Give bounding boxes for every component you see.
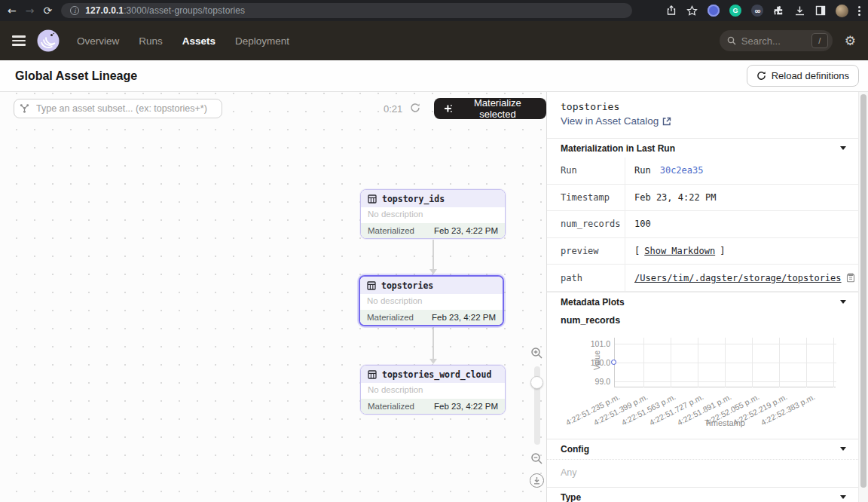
asset-catalog-link[interactable]: View in Asset Catalog	[561, 115, 671, 127]
table-row-num-records: num_records 100	[547, 211, 858, 238]
bracket: [	[634, 246, 640, 256]
asset-detail-title: topstories	[561, 101, 619, 112]
row-label: path	[547, 265, 625, 291]
share-icon[interactable]	[666, 5, 677, 16]
asset-graph-icon	[20, 103, 29, 113]
materialize-icon	[443, 103, 453, 114]
chart-data-point[interactable]	[611, 360, 616, 365]
caret-down-icon[interactable]	[840, 300, 846, 304]
node-title: topstory_ids	[382, 194, 445, 204]
row-label: preview	[547, 238, 625, 265]
table-icon	[368, 370, 377, 379]
side-panel-icon[interactable]	[815, 5, 826, 16]
puzzle-extensions-icon[interactable]	[773, 5, 784, 17]
extension-icon-glasses[interactable]: oo	[751, 5, 763, 17]
bookmark-star-icon[interactable]	[686, 5, 698, 17]
asset-node-topstories-word-cloud[interactable]: topstories_word_cloud No description Mat…	[360, 365, 506, 415]
asset-node-topstory-ids[interactable]: topstory_ids No description Materialized…	[360, 189, 506, 239]
node-description: No description	[360, 294, 503, 310]
nav-item-runs[interactable]: Runs	[139, 35, 163, 47]
browser-chrome: ← → ⟳ i 127.0.0.1:3000/asset-groups/tops…	[0, 0, 868, 21]
menu-icon[interactable]	[12, 35, 26, 45]
plot-metric-label: num_records	[561, 315, 620, 326]
url-text: 127.0.0.1:3000/asset-groups/topstories	[85, 5, 245, 16]
page-title: Global Asset Lineage	[15, 69, 137, 83]
section-type-title: Type	[561, 492, 581, 502]
grammarly-icon[interactable]: G	[729, 5, 741, 17]
caret-down-icon[interactable]	[840, 447, 846, 451]
zoom-out-icon[interactable]	[530, 452, 543, 465]
node-status: Materialized	[367, 313, 414, 322]
asset-graph-panel: 0:21 Materialize selected topstory_ids N…	[0, 92, 547, 502]
section-metadata-plots-header[interactable]: Metadata Plots	[547, 292, 858, 311]
fit-view-button[interactable]	[530, 473, 544, 488]
table-row-path: path /Users/tim/.dagster/storage/topstor…	[547, 265, 858, 292]
section-materialization-header[interactable]: Materialization in Last Run	[547, 138, 858, 158]
reload-definitions-button[interactable]: Reload definitions	[747, 65, 859, 87]
settings-gear-icon[interactable]: ⚙	[845, 33, 856, 48]
search-icon	[727, 36, 736, 45]
asset-filter-input[interactable]	[14, 99, 222, 118]
search-input[interactable]: Search... /	[720, 30, 833, 51]
download-icon[interactable]	[794, 5, 805, 17]
site-info-icon[interactable]: i	[70, 6, 79, 15]
materialize-selected-label: Materialize selected	[458, 97, 537, 120]
search-placeholder: Search...	[741, 35, 781, 47]
bracket: ]	[720, 246, 725, 256]
page-header: Global Asset Lineage Reload definitions	[0, 60, 868, 92]
num-records-chart	[614, 338, 836, 387]
edge-arrow-2	[432, 327, 434, 360]
zoom-slider-handle[interactable]	[530, 376, 543, 389]
address-bar[interactable]: i 127.0.0.1:3000/asset-groups/topstories	[61, 3, 632, 18]
config-value: Any	[561, 467, 577, 478]
refresh-timer-icon[interactable]	[410, 103, 420, 113]
scrollbar-thumb[interactable]	[860, 94, 866, 488]
panel-scrollbar[interactable]	[858, 92, 868, 502]
row-label: num_records	[547, 211, 625, 237]
materialize-selected-button[interactable]: Materialize selected	[434, 98, 546, 119]
y-tick: 99.0	[585, 377, 610, 386]
chart-x-axis-label: Timestamp	[614, 418, 836, 427]
show-markdown-link[interactable]: Show Markdown	[644, 246, 715, 256]
row-label: Run	[547, 158, 625, 184]
nav-item-deployment[interactable]: Deployment	[235, 35, 289, 47]
asset-node-topstories[interactable]: topstories No description Materialized F…	[359, 275, 504, 326]
extension-icon-blue[interactable]	[708, 5, 720, 17]
url-host: 127.0.0.1	[85, 5, 124, 16]
profile-avatar[interactable]	[836, 5, 848, 17]
table-icon	[368, 194, 377, 204]
divider	[547, 459, 858, 460]
url-path: :3000/asset-groups/topstories	[124, 5, 245, 16]
y-tick: 101.0	[585, 339, 610, 348]
row-label: Timestamp	[547, 185, 625, 211]
run-word: Run	[634, 165, 651, 176]
dagster-logo[interactable]	[36, 29, 60, 53]
back-icon[interactable]: ←	[8, 5, 17, 16]
section-metadata-plots-title: Metadata Plots	[561, 297, 625, 308]
section-config-header[interactable]: Config	[547, 439, 858, 458]
app-nav: Overview Runs Assets Deployment Search..…	[0, 21, 868, 60]
node-timestamp: Feb 23, 4:22 PM	[432, 313, 496, 322]
table-row-preview: preview [Show Markdown]	[547, 238, 858, 265]
caret-down-icon[interactable]	[840, 495, 846, 499]
section-materialization-title: Materialization in Last Run	[561, 143, 675, 154]
zoom-in-icon[interactable]	[530, 347, 543, 360]
browser-reload-icon[interactable]: ⟳	[43, 5, 52, 16]
nav-item-overview[interactable]: Overview	[77, 35, 119, 47]
path-link[interactable]: /Users/tim/.dagster/storage/topstories	[634, 273, 842, 283]
copy-icon[interactable]	[846, 273, 855, 283]
node-status: Materialized	[368, 402, 414, 411]
slash-shortcut-badge: /	[811, 33, 828, 48]
reload-definitions-label: Reload definitions	[772, 70, 849, 81]
browser-menu-icon[interactable]	[858, 6, 860, 16]
caret-down-icon[interactable]	[840, 146, 846, 150]
table-row-timestamp: Timestamp Feb 23, 4:22 PM	[547, 185, 858, 212]
nav-item-assets[interactable]: Assets	[182, 35, 215, 47]
table-row-run: Run Run30c2ea35	[547, 158, 858, 185]
section-type-header[interactable]: Type	[547, 487, 858, 502]
forward-icon[interactable]: →	[26, 5, 35, 16]
node-description: No description	[361, 383, 505, 399]
reload-icon	[756, 71, 766, 81]
run-link[interactable]: 30c2ea35	[660, 165, 704, 176]
timer-label: 0:21	[384, 103, 402, 115]
